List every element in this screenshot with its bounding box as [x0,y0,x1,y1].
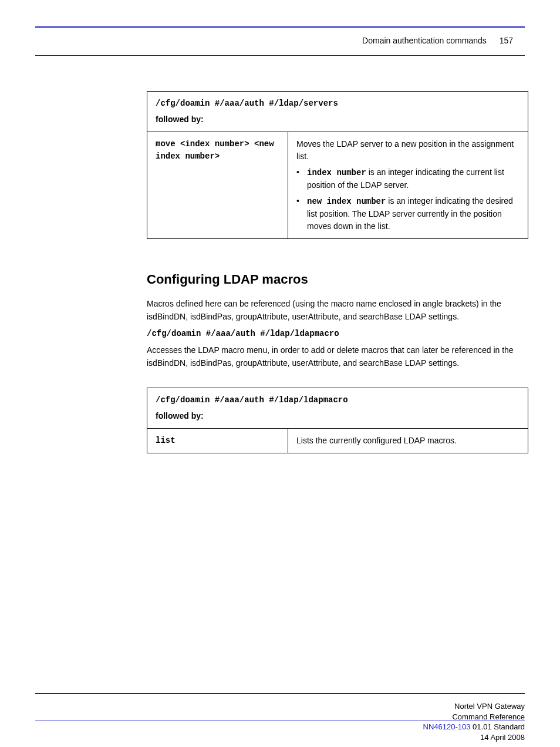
footer-line1: Nortel VPN Gateway [423,701,525,712]
table1-row1-right: Moves the LDAP server to a new position … [288,132,528,239]
footer-text: Nortel VPN Gateway Command Reference NN4… [423,701,525,742]
table2-row1-right: Lists the currently configured LDAP macr… [288,428,528,453]
table1-header-cell: /cfg/doamin #/aaa/auth #/ldap/servers fo… [147,92,528,132]
section-command-desc: Accesses the LDAP macro menu, in order t… [147,344,528,369]
header-page-number: 157 [500,36,513,45]
bullet-dot-icon: • [296,166,307,179]
section-command-path: /cfg/doamin #/aaa/auth #/ldap/ldapmacro [147,329,528,338]
table1-r1-intro: Moves the LDAP server to a new position … [296,138,519,163]
section-heading-ldap-macros: Configuring LDAP macros [147,272,528,287]
table1-row1-left-line1: move <index number> <new [156,138,279,150]
section-intro-para: Macros defined here can be referenced (u… [147,298,528,323]
table1-r1-b1-label: index number [307,168,366,177]
table-ldapmacro: /cfg/doamin #/aaa/auth #/ldap/ldapmacro … [147,388,528,453]
table1-row1-left-line2: index number> [156,150,279,163]
table2-path: /cfg/doamin #/aaa/auth #/ldap/ldapmacro [156,394,519,406]
footer-line2: Command Reference [423,712,525,722]
main-content: /cfg/doamin #/aaa/auth #/ldap/servers fo… [147,91,528,453]
footer-line4: 14 April 2008 [423,732,525,743]
header-right: Domain authentication commands 157 [362,36,525,45]
table1-caption: followed by: [156,113,519,126]
table1-r1-bullet2: • new index number is an integer indicat… [296,195,519,233]
page-footer: Nortel VPN Gateway Command Reference NN4… [35,693,525,721]
table2-caption: followed by: [156,410,519,422]
table2-row1-left: list [147,428,288,453]
table1-r1-bullet2-text: new index number is an integer indicatin… [307,195,519,233]
page-header: Domain authentication commands 157 [35,26,525,56]
bullet-dot-icon: • [296,195,307,207]
table1-r1-bullet1-text: index number is an integer indicating th… [307,166,519,191]
table1-path: /cfg/doamin #/aaa/auth #/ldap/servers [156,97,519,110]
footer-doc-number: NN46120-103 [423,722,473,731]
footer-line3: NN46120-103 01.01 Standard [423,722,525,732]
header-section-label: Domain authentication commands [362,36,487,45]
table1-r1-b2-label: new index number [307,197,386,206]
table1-r1-bullet1: • index number is an integer indicating … [296,166,519,191]
table2-header-cell: /cfg/doamin #/aaa/auth #/ldap/ldapmacro … [147,388,528,428]
footer-doc-rev: 01.01 Standard [473,722,525,731]
table-ldap-servers: /cfg/doamin #/aaa/auth #/ldap/servers fo… [147,91,528,239]
table1-row1-left: move <index number> <new index number> [147,132,288,239]
